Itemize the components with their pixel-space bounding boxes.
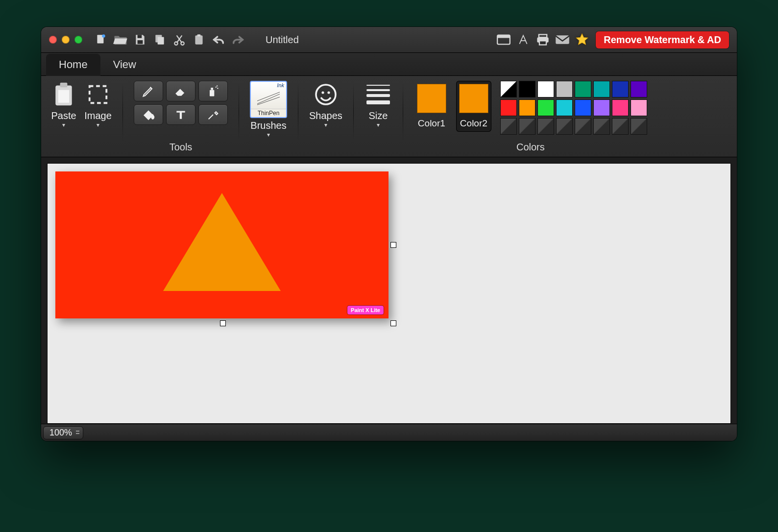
- svg-point-6: [174, 42, 178, 45]
- save-button[interactable]: [131, 31, 149, 48]
- text-tool[interactable]: [166, 104, 195, 125]
- clipboard-icon: [50, 81, 77, 108]
- zoom-control[interactable]: 100%: [43, 426, 83, 439]
- palette-swatch[interactable]: [612, 99, 629, 116]
- palette-swatch[interactable]: [593, 81, 610, 97]
- palette-swatch[interactable]: [593, 118, 610, 135]
- palette-swatch[interactable]: [500, 81, 517, 97]
- palette-swatch[interactable]: [556, 99, 573, 116]
- undo-button[interactable]: [210, 31, 227, 48]
- size-label: Size: [368, 110, 388, 121]
- ribbon: Paste ▾ Image ▾ .: [41, 76, 737, 157]
- resize-handle-e[interactable]: [390, 242, 396, 248]
- palette-swatch[interactable]: [537, 118, 554, 135]
- palette-swatch[interactable]: [631, 81, 647, 97]
- color2-well[interactable]: Color2: [456, 81, 491, 132]
- palette-swatch[interactable]: [593, 99, 610, 116]
- palette-swatch[interactable]: [631, 118, 647, 135]
- redo-button[interactable]: [229, 31, 247, 48]
- svg-rect-17: [60, 83, 68, 87]
- eyedropper-tool[interactable]: [198, 104, 228, 125]
- work-area: Paint X Lite: [41, 157, 737, 424]
- mail-button[interactable]: [554, 31, 571, 48]
- window-icon[interactable]: [495, 31, 512, 48]
- shapes-picker[interactable]: Shapes ▾: [309, 81, 342, 128]
- resize-handle-se[interactable]: [390, 320, 396, 326]
- svg-point-24: [217, 85, 218, 86]
- color1-well[interactable]: Color1: [414, 81, 449, 132]
- palette-swatch[interactable]: [575, 118, 591, 135]
- canvas-viewport[interactable]: Paint X Lite: [47, 163, 731, 424]
- copy-button[interactable]: [151, 31, 169, 48]
- spray-tool[interactable]: [198, 81, 228, 101]
- fill-tool[interactable]: [134, 104, 163, 125]
- chevron-down-icon: ▾: [324, 121, 327, 128]
- document-title: Untitled: [266, 34, 299, 46]
- chevron-down-icon: ▾: [377, 121, 380, 128]
- close-window-button[interactable]: [49, 36, 57, 44]
- palette-swatch[interactable]: [612, 118, 629, 135]
- color2-swatch: [459, 84, 488, 113]
- tab-home[interactable]: Home: [46, 53, 100, 76]
- svg-point-23: [217, 88, 218, 89]
- palette-swatch[interactable]: [519, 99, 535, 116]
- palette-swatch[interactable]: [612, 81, 629, 97]
- minimize-window-button[interactable]: [62, 36, 70, 44]
- selection-icon: [84, 81, 112, 108]
- brush-thumbnail: Ink ThinPen: [250, 81, 287, 118]
- resize-handle-s[interactable]: [220, 320, 226, 326]
- palette-swatch[interactable]: [556, 118, 573, 135]
- canvas[interactable]: Paint X Lite: [55, 171, 389, 318]
- triangle-shape[interactable]: [163, 193, 281, 291]
- color2-label: Color2: [460, 118, 487, 129]
- new-file-button[interactable]: [92, 31, 110, 48]
- svg-point-7: [181, 42, 184, 45]
- tab-view[interactable]: View: [100, 53, 149, 76]
- image-stack[interactable]: Image ▾: [84, 81, 112, 128]
- palette-swatch[interactable]: [631, 99, 647, 116]
- font-button[interactable]: [514, 31, 532, 48]
- cut-button[interactable]: [170, 31, 188, 48]
- status-bar: 100%: [41, 424, 737, 441]
- svg-point-1: [102, 34, 105, 38]
- zoom-window-button[interactable]: [74, 36, 82, 44]
- chevron-down-icon: ▾: [62, 121, 65, 128]
- zoom-value: 100%: [49, 428, 72, 437]
- brush-name: ThinPen: [251, 109, 286, 117]
- svg-rect-2: [138, 35, 142, 38]
- remove-watermark-button[interactable]: Remove Watermark & AD: [596, 31, 729, 48]
- svg-point-27: [327, 91, 330, 94]
- palette-swatch[interactable]: [556, 81, 573, 97]
- open-file-button[interactable]: [112, 31, 129, 48]
- palette-swatch[interactable]: [537, 99, 554, 116]
- brush-ink-label: Ink: [251, 82, 286, 88]
- palette-swatch[interactable]: [537, 81, 554, 97]
- size-picker[interactable]: Size ▾: [365, 81, 392, 128]
- brushes-label: Brushes: [250, 120, 286, 131]
- paste-stack[interactable]: Paste ▾: [50, 81, 77, 128]
- palette-swatch[interactable]: [519, 81, 535, 97]
- svg-rect-5: [158, 37, 164, 45]
- color1-label: Color1: [418, 118, 445, 129]
- tools-group: Tools: [131, 81, 231, 154]
- palette-swatch[interactable]: [575, 99, 591, 116]
- paste-label: Paste: [51, 110, 76, 121]
- paste-button[interactable]: [190, 31, 208, 48]
- shapes-group: Shapes ▾ .: [306, 81, 345, 154]
- print-button[interactable]: [534, 31, 552, 48]
- chevron-down-icon: ▾: [97, 121, 99, 128]
- palette-swatch[interactable]: [519, 118, 535, 135]
- palette-swatch[interactable]: [500, 118, 517, 135]
- stroke-size-icon: [365, 81, 392, 108]
- titlebar: Untitled Remove Watermark & AD: [41, 27, 737, 53]
- chevron-down-icon: ▾: [267, 131, 270, 138]
- palette-swatch[interactable]: [500, 99, 517, 116]
- favorite-button[interactable]: [573, 31, 591, 48]
- svg-rect-8: [195, 35, 202, 44]
- svg-point-26: [321, 91, 324, 94]
- pencil-tool[interactable]: [134, 81, 163, 101]
- size-group: Size ▾ .: [362, 81, 395, 154]
- eraser-tool[interactable]: [166, 81, 195, 101]
- brush-picker[interactable]: Ink ThinPen Brushes ▾: [250, 81, 287, 138]
- palette-swatch[interactable]: [575, 81, 591, 97]
